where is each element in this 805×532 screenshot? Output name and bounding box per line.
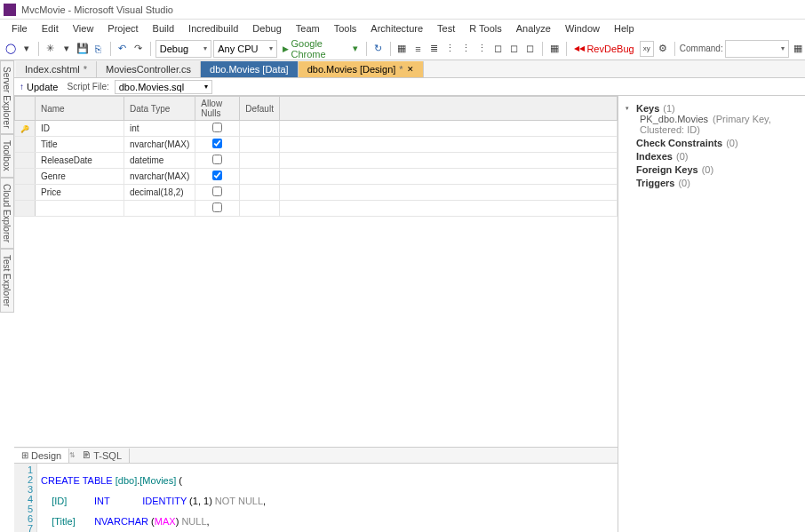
update-button[interactable]: Update [16,81,61,93]
check-constraints-header[interactable]: Check Constraints (0) [626,138,798,148]
cell-type[interactable]: decimal(18,2) [124,185,195,201]
nav-fwd-icon[interactable]: ▾ [20,41,34,57]
columns-grid[interactable]: Name Data Type Allow Nulls Default 🔑 ID … [14,96,618,217]
cell-default[interactable] [240,137,280,153]
menu-help[interactable]: Help [608,21,641,36]
revdebug-button[interactable]: RevDeBug [570,44,637,54]
nav-back-icon[interactable]: ◯ [4,41,18,57]
sidetab-test-explorer[interactable]: Test Explorer [0,249,14,313]
sidetab-toolbox[interactable]: Toolbox [0,134,14,177]
indexes-header[interactable]: Indexes (0) [626,151,798,162]
cell-default[interactable] [240,153,280,169]
menu-tools[interactable]: Tools [328,21,363,36]
table-row: Price decimal(18,2) [15,185,618,201]
cell-type[interactable]: int [124,121,195,137]
menu-project[interactable]: Project [101,21,144,36]
tb-icon-1[interactable]: ▦ [395,41,409,57]
tb-icon-4[interactable]: ⋮ [443,41,458,57]
cell-default[interactable] [240,169,280,185]
cell-name[interactable]: Genre [36,169,124,185]
menu-window[interactable]: Window [559,21,606,36]
tb-icon-run[interactable]: ▦ [791,41,805,57]
allow-nulls-checkbox[interactable] [212,202,222,212]
vs-logo-icon [4,4,16,16]
save-icon[interactable]: 💾 [76,41,90,57]
allow-nulls-checkbox[interactable] [212,187,222,196]
col-header-datatype[interactable]: Data Type [124,97,195,121]
cell-default[interactable] [240,121,280,137]
command-dropdown[interactable] [725,40,789,58]
col-header-default[interactable]: Default [240,97,280,121]
tb-icon-5[interactable]: ⋮ [459,41,474,57]
start-button[interactable]: Google Chrome ▾ [279,40,361,58]
cell-name[interactable]: ReleaseDate [36,153,124,169]
tb-icon-8[interactable]: ◻ [507,41,522,57]
designer-pane: Name Data Type Allow Nulls Default 🔑 ID … [14,96,618,532]
toolbar: ◯ ▾ ✳ ▾ 💾 ⎘ ↶ ↷ Debug Any CPU Google Chr… [0,37,805,60]
new-project-icon[interactable]: ✳ [44,41,58,57]
platform-dropdown[interactable]: Any CPU [213,40,277,58]
sql-code[interactable]: CREATE TABLE [dbo].[Movies] ( [ID] INT I… [37,464,373,532]
table-row: Genre nvarchar(MAX) [15,169,618,185]
menu-rtools[interactable]: R Tools [463,21,507,36]
sidetab-cloud-explorer[interactable]: Cloud Explorer [0,178,14,249]
allow-nulls-checkbox[interactable] [212,171,222,180]
tab-movies-controller[interactable]: MoviesController.cs [97,61,201,77]
undo-icon[interactable]: ↶ [116,41,130,57]
save-all-icon[interactable]: ⎘ [92,41,106,57]
tab-dbo-movies-design[interactable]: dbo.Movies [Design]* ✕ [299,61,424,77]
tab-tsql[interactable]: 🖹 T-SQL [75,449,130,463]
cell-name[interactable]: Price [36,185,124,201]
script-file-dropdown[interactable]: dbo.Movies.sql [115,80,212,94]
grid-empty-area [14,217,618,447]
config-dropdown[interactable]: Debug [155,40,211,58]
pk-item[interactable]: PK_dbo.Movies (Primary Key, Clustered: I… [626,114,798,135]
allow-nulls-checkbox[interactable] [212,139,222,148]
tab-index-cshtml[interactable]: Index.cshtml* [16,61,97,77]
refresh-icon[interactable]: ↻ [371,41,386,57]
menu-build[interactable]: Build [147,21,180,36]
menu-analyze[interactable]: Analyze [510,21,557,36]
primary-key-icon: 🔑 [20,125,29,133]
col-header-name[interactable]: Name [36,97,124,121]
tab-design[interactable]: ⊞ Design [14,449,69,463]
cell-type[interactable]: datetime [124,153,195,169]
allow-nulls-checkbox[interactable] [212,123,222,132]
menu-team[interactable]: Team [290,21,326,36]
menu-incredibuild[interactable]: Incredibuild [182,21,244,36]
tab-dbo-movies-data[interactable]: dbo.Movies [Data] [201,61,299,77]
menu-edit[interactable]: Edit [36,21,65,36]
line-gutter: 123 456 789 10 [14,464,37,532]
keys-header[interactable]: ▾ Keys (1) [626,103,798,114]
command-label: Command: [680,44,723,53]
cell-type[interactable]: nvarchar(MAX) [124,137,195,153]
allow-nulls-checkbox[interactable] [212,155,222,164]
tb-icon-6[interactable]: ⋮ [475,41,490,57]
cell-type[interactable]: nvarchar(MAX) [124,169,195,185]
cell-name[interactable]: ID [36,121,124,137]
modified-icon: * [84,64,87,75]
table-row: 🔑 ID int [15,121,618,137]
menu-architecture[interactable]: Architecture [364,21,429,36]
open-icon[interactable]: ▾ [60,41,74,57]
tb-icon-xy[interactable]: xy [640,41,654,57]
tb-icon-10[interactable]: ▦ [547,41,562,57]
menu-file[interactable]: File [5,21,34,36]
tb-icon-9[interactable]: ◻ [523,41,538,57]
tb-icon-2[interactable]: ≡ [411,41,426,57]
close-icon[interactable]: ✕ [407,65,414,74]
cell-name[interactable]: Title [36,137,124,153]
menu-debug[interactable]: Debug [246,21,287,36]
redo-icon[interactable]: ↷ [132,41,146,57]
menu-view[interactable]: View [67,21,100,36]
foreign-keys-header[interactable]: Foreign Keys (0) [626,164,798,175]
expand-icon[interactable]: ▾ [626,105,633,112]
col-header-allownulls[interactable]: Allow Nulls [195,97,240,121]
tb-icon-7[interactable]: ◻ [491,41,506,57]
menu-test[interactable]: Test [431,21,461,36]
sidetab-server-explorer[interactable]: Server Explorer [0,60,14,134]
tb-icon-3[interactable]: ≣ [427,41,442,57]
triggers-header[interactable]: Triggers (0) [626,178,798,188]
cell-default[interactable] [240,185,280,201]
gear-icon[interactable]: ⚙ [656,41,670,57]
